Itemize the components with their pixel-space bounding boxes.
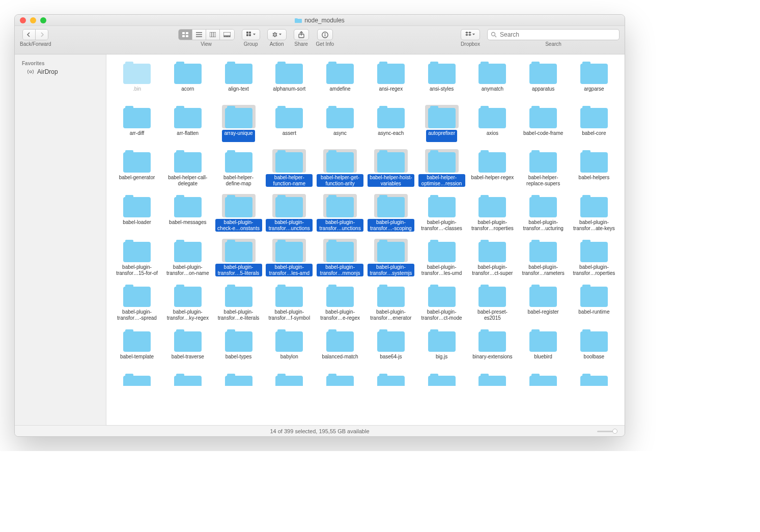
folder-item[interactable]: babel-core: [570, 103, 618, 144]
folder-item[interactable]: alphanum-sort: [265, 59, 314, 100]
fullscreen-window-button[interactable]: [40, 17, 46, 23]
folder-item[interactable]: babel-plugin-transfor…-scoping: [367, 192, 415, 234]
folder-item[interactable]: browserify-aes: [214, 371, 263, 386]
folder-item[interactable]: bytes: [417, 371, 466, 386]
folder-item[interactable]: babel-plugin-transfor…unctions: [316, 192, 364, 234]
sidebar-item-airdrop[interactable]: AirDrop: [15, 67, 106, 76]
folder-item[interactable]: babel-code-frame: [519, 103, 568, 144]
folder-item[interactable]: argparse: [570, 59, 618, 100]
folder-item[interactable]: babel-plugin-transfor…5-literals: [214, 237, 263, 278]
folder-item[interactable]: babel-template: [112, 326, 161, 368]
folder-item[interactable]: binary-extensions: [468, 326, 517, 368]
folder-item[interactable]: babel-helper-replace-supers: [519, 147, 568, 189]
folder-item[interactable]: babel-plugin-transfor…-classes: [417, 192, 466, 234]
folder-item[interactable]: babel-plugin-transfor…ct-mode: [417, 282, 466, 323]
folder-item[interactable]: babel-loader: [112, 192, 161, 234]
back-button[interactable]: [23, 30, 36, 40]
folder-item[interactable]: babel-register: [519, 282, 568, 323]
folder-item[interactable]: center-align: [570, 371, 618, 386]
folder-item[interactable]: bluebird: [519, 326, 568, 368]
folder-item[interactable]: amdefine: [316, 59, 364, 100]
folder-item[interactable]: arr-diff: [112, 103, 161, 144]
icon-size-slider[interactable]: [597, 429, 617, 434]
folder-item[interactable]: babel-helper-optimise…ression: [417, 147, 466, 189]
folder-item[interactable]: babel-plugin-transfor…enerator: [367, 282, 415, 323]
folder-item[interactable]: babel-plugin-check-e…onstants: [214, 192, 263, 234]
folder-item[interactable]: balanced-match: [316, 326, 364, 368]
view-column-button[interactable]: [206, 30, 220, 40]
folder-item[interactable]: babel-plugin-transfor…mmonjs: [316, 237, 364, 278]
folder-item[interactable]: babel-plugin-transfor…-spread: [112, 282, 161, 323]
folder-item[interactable]: axios: [468, 103, 517, 144]
folder-item[interactable]: babel-plugin-transfor…e-literals: [214, 282, 263, 323]
folder-item[interactable]: apparatus: [519, 59, 568, 100]
folder-item[interactable]: camelcase: [468, 371, 517, 386]
folder-item[interactable]: babel-plugin-transfor…systemjs: [367, 237, 415, 278]
folder-item[interactable]: boolbase: [570, 326, 618, 368]
share-button[interactable]: [294, 29, 309, 40]
folder-item[interactable]: acorn: [163, 59, 212, 100]
action-button[interactable]: [267, 29, 287, 40]
folder-item[interactable]: anymatch: [468, 59, 517, 100]
folder-item[interactable]: babel-plugin-transfor…roperties: [570, 237, 618, 278]
folder-item[interactable]: babel-helper-regex: [468, 147, 517, 189]
folder-item[interactable]: babel-plugin-transfor…ate-keys: [570, 192, 618, 234]
folder-item[interactable]: caniuse-db: [519, 371, 568, 386]
folder-item[interactable]: babel-preset-es2015: [468, 282, 517, 323]
folder-item[interactable]: babel-helper-get-function-arity: [316, 147, 364, 189]
folder-item[interactable]: browserify-zlib: [265, 371, 314, 386]
folder-item[interactable]: babel-plugin-transfor…les-amd: [265, 237, 314, 278]
folder-item[interactable]: async-each: [367, 103, 415, 144]
forward-button[interactable]: [36, 30, 48, 40]
minimize-window-button[interactable]: [30, 17, 36, 23]
folder-item[interactable]: arr-flatten: [163, 103, 212, 144]
folder-item[interactable]: ansi-styles: [417, 59, 466, 100]
folder-item[interactable]: babel-plugin-transfor…on-name: [163, 237, 212, 278]
folder-item[interactable]: babel-helper-hoist-variables: [367, 147, 415, 189]
folder-item[interactable]: brace-expansion: [112, 371, 161, 386]
folder-item[interactable]: babylon: [265, 326, 314, 368]
folder-item[interactable]: ansi-regex: [367, 59, 415, 100]
folder-item[interactable]: babel-plugin-transfor…f-symbol: [265, 282, 314, 323]
content-area[interactable]: .binacornalign-textalphanum-sortamdefine…: [106, 54, 625, 425]
folder-item[interactable]: babel-plugin-transfor…roperties: [468, 192, 517, 234]
dropbox-button[interactable]: [461, 29, 480, 40]
view-list-button[interactable]: [192, 30, 206, 40]
folder-item[interactable]: align-text: [214, 59, 263, 100]
folder-item[interactable]: babel-helper-function-name: [265, 147, 314, 189]
folder-item[interactable]: babel-plugin-transfor…15-for-of: [112, 237, 161, 278]
folder-item[interactable]: babel-plugin-transfor…unctions: [265, 192, 314, 234]
folder-item[interactable]: babel-helper-define-map: [214, 147, 263, 189]
folder-item[interactable]: babel-traverse: [163, 326, 212, 368]
close-window-button[interactable]: [20, 17, 26, 23]
folder-item[interactable]: .bin: [112, 59, 161, 100]
folder-item[interactable]: braces: [163, 371, 212, 386]
folder-item[interactable]: babel-helpers: [570, 147, 618, 189]
folder-item[interactable]: babel-plugin-transfor…ucturing: [519, 192, 568, 234]
group-button[interactable]: [242, 29, 260, 40]
folder-item[interactable]: babel-plugin-transfor…ky-regex: [163, 282, 212, 323]
folder-item[interactable]: babel-plugin-transfor…les-umd: [417, 237, 466, 278]
folder-icon: [174, 150, 202, 173]
folder-item[interactable]: babel-types: [214, 326, 263, 368]
folder-item[interactable]: babel-messages: [163, 192, 212, 234]
folder-item[interactable]: builtin-modules: [367, 371, 415, 386]
folder-item[interactable]: babel-generator: [112, 147, 161, 189]
folder-item[interactable]: array-unique: [214, 103, 263, 144]
folder-item[interactable]: babel-plugin-transfor…ct-super: [468, 237, 517, 278]
folder-item[interactable]: autoprefixer: [417, 103, 466, 144]
folder-item[interactable]: base64-js: [367, 326, 415, 368]
view-icon-button[interactable]: [179, 30, 192, 40]
folder-item[interactable]: assert: [265, 103, 314, 144]
folder-item[interactable]: babel-plugin-transfor…rameters: [519, 237, 568, 278]
folder-item[interactable]: babel-runtime: [570, 282, 618, 323]
search-input[interactable]: [499, 31, 616, 39]
folder-item[interactable]: babel-plugin-transfor…e-regex: [316, 282, 364, 323]
search-field[interactable]: [487, 29, 620, 40]
folder-item[interactable]: babel-helper-call-delegate: [163, 147, 212, 189]
getinfo-button[interactable]: [317, 29, 333, 40]
folder-item[interactable]: buffer: [316, 371, 364, 386]
folder-item[interactable]: big.js: [417, 326, 466, 368]
folder-item[interactable]: async: [316, 103, 364, 144]
view-gallery-button[interactable]: [220, 30, 234, 40]
